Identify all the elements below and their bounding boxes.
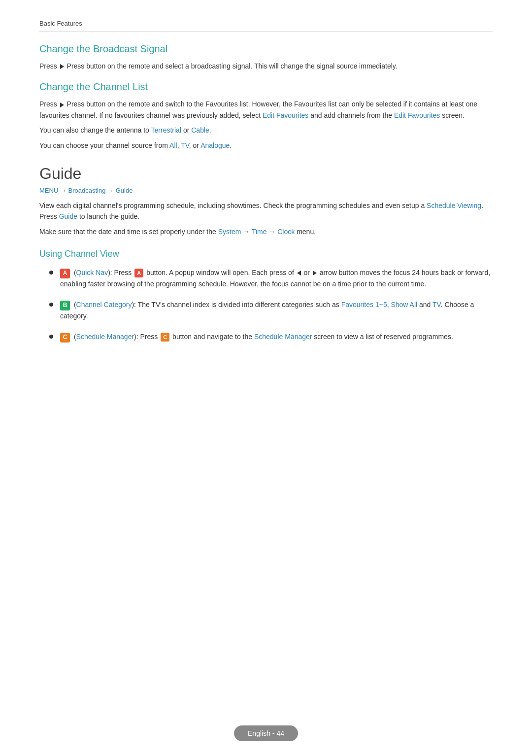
guide-title: Guide bbox=[39, 165, 493, 183]
channel-list-para1: Press Press button on the remote and swi… bbox=[39, 99, 493, 121]
channel-list-title: Change the Channel List bbox=[39, 81, 493, 93]
channel-list-para3: You can choose your channel source from … bbox=[39, 140, 493, 151]
bullet-dot bbox=[49, 271, 53, 275]
guide-breadcrumb[interactable]: Guide bbox=[116, 187, 133, 194]
channel-list-para2: You can also change the antenna to Terre… bbox=[39, 125, 493, 136]
arrow-icon-channel bbox=[60, 103, 64, 107]
guide-text3: to launch the guide. bbox=[77, 212, 139, 220]
list-item: C (Schedule Manager): Press C button and… bbox=[49, 331, 493, 343]
guide-link[interactable]: Guide bbox=[59, 212, 77, 220]
clock-link[interactable]: Clock bbox=[277, 228, 295, 236]
btn-c-badge: C bbox=[60, 333, 70, 343]
schedule-mgr-text3: button and navigate to the bbox=[172, 333, 254, 341]
schedule-viewing-link[interactable]: Schedule Viewing bbox=[427, 202, 481, 209]
broadcasting-breadcrumb[interactable]: Broadcasting bbox=[68, 187, 106, 194]
list-item-content: A (Quick Nav): Press A button. A popup w… bbox=[60, 267, 493, 289]
tv-cat-link[interactable]: TV bbox=[432, 301, 441, 309]
channel-list-text3: screen. bbox=[440, 111, 465, 119]
btn-a-badge: A bbox=[60, 269, 70, 278]
channel-list-text5: or bbox=[181, 126, 191, 134]
schedule-mgr-text2: ): Press bbox=[134, 333, 160, 341]
channel-list-text9: , or bbox=[189, 141, 200, 149]
broadcast-signal-title: Change the Broadcast Signal bbox=[39, 43, 493, 55]
all-link[interactable]: All bbox=[169, 141, 177, 149]
btn-a-inline: A bbox=[134, 269, 143, 277]
list-item-content: C (Schedule Manager): Press C button and… bbox=[60, 331, 493, 343]
footer-badge: English - 44 bbox=[234, 725, 298, 741]
system-link[interactable]: System bbox=[218, 228, 241, 236]
time-link[interactable]: Time bbox=[252, 228, 267, 236]
guide-body2: Make sure that the date and time is set … bbox=[39, 226, 493, 237]
edit-favourites-link-2[interactable]: Edit Favourites bbox=[394, 111, 440, 119]
channel-list-text6: . bbox=[209, 126, 211, 134]
schedule-mgr-text4: screen to view a list of reserved progra… bbox=[312, 333, 453, 341]
list-item: B (Channel Category): The TV's channel i… bbox=[49, 299, 493, 321]
edit-favourites-link-1[interactable]: Edit Favourites bbox=[263, 111, 308, 119]
channel-cat-text4: and bbox=[417, 301, 432, 309]
breadcrumb-arrow1: → bbox=[60, 187, 66, 194]
terrestrial-link[interactable]: Terrestrial bbox=[151, 126, 181, 134]
channel-list-text7: You can choose your channel source from bbox=[39, 141, 169, 149]
schedule-manager-link2[interactable]: Schedule Manager bbox=[254, 333, 312, 341]
guide-text5: menu. bbox=[295, 228, 316, 236]
guide-text1: View each digital channel's programming … bbox=[39, 202, 427, 209]
btn-b-badge: B bbox=[60, 301, 70, 310]
analogue-link[interactable]: Analogue bbox=[200, 141, 230, 149]
section-label: Basic Features bbox=[39, 20, 493, 32]
quick-nav-text2: ): Press bbox=[108, 269, 133, 276]
guide-text4: Make sure that the date and time is set … bbox=[39, 228, 218, 236]
quick-nav-text3: button. A popup window will open. Each p… bbox=[146, 269, 296, 276]
channel-list-text4: You can also change the antenna to bbox=[39, 126, 151, 134]
bullet-dot bbox=[49, 303, 53, 307]
tv-link[interactable]: TV bbox=[181, 141, 189, 149]
show-all-link[interactable]: Show All bbox=[391, 301, 417, 309]
bullet-dot bbox=[49, 335, 53, 339]
arrow-right-icon-nav bbox=[313, 271, 317, 275]
guide-body1: View each digital channel's programming … bbox=[39, 200, 493, 222]
list-item: A (Quick Nav): Press A button. A popup w… bbox=[49, 267, 493, 289]
favourites-link[interactable]: Favourites 1~5 bbox=[341, 301, 387, 309]
cable-link[interactable]: Cable bbox=[191, 126, 209, 134]
channel-list-text2: and add channels from the bbox=[308, 111, 394, 119]
quick-nav-link[interactable]: Quick Nav bbox=[76, 269, 108, 276]
channel-cat-text2: ): The TV's channel index is divided int… bbox=[132, 301, 341, 309]
guide-arrow2: → bbox=[266, 228, 277, 236]
footer: English - 44 bbox=[234, 725, 298, 741]
menu-breadcrumb[interactable]: MENU bbox=[39, 187, 58, 194]
schedule-manager-link[interactable]: Schedule Manager bbox=[76, 333, 134, 341]
using-channel-view-title: Using Channel View bbox=[39, 249, 493, 259]
channel-category-link[interactable]: Channel Category bbox=[76, 301, 132, 309]
quick-nav-or: or bbox=[304, 269, 312, 276]
list-item-content: B (Channel Category): The TV's channel i… bbox=[60, 299, 493, 321]
guide-arrow1: → bbox=[241, 228, 252, 236]
btn-c-inline: C bbox=[161, 333, 169, 342]
breadcrumb: MENU → Broadcasting → Guide bbox=[39, 187, 493, 194]
channel-list-text10: . bbox=[230, 141, 232, 149]
broadcast-signal-body: Press Press button on the remote and sel… bbox=[39, 61, 493, 71]
arrow-left-icon bbox=[297, 271, 301, 275]
breadcrumb-arrow2: → bbox=[107, 187, 114, 194]
bullet-list: A (Quick Nav): Press A button. A popup w… bbox=[39, 267, 493, 343]
arrow-right-icon bbox=[60, 64, 64, 69]
broadcast-signal-text: Press button on the remote and select a … bbox=[67, 62, 398, 70]
